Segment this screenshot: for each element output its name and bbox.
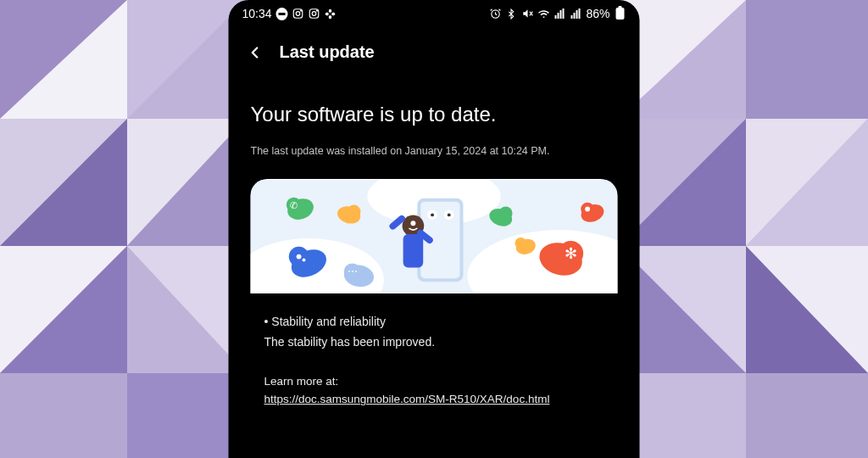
svg-text:✻: ✻ bbox=[565, 245, 577, 262]
svg-point-26 bbox=[296, 12, 300, 16]
battery-icon bbox=[615, 8, 626, 20]
alarm-icon bbox=[489, 8, 501, 20]
svg-point-57 bbox=[585, 207, 590, 212]
page-title: Last update bbox=[280, 42, 375, 62]
svg-point-40 bbox=[348, 205, 361, 219]
back-button[interactable] bbox=[246, 43, 264, 62]
dnd-icon bbox=[276, 8, 288, 20]
mute-icon bbox=[521, 8, 533, 20]
signal-icon bbox=[554, 8, 565, 20]
wifi-icon bbox=[537, 8, 549, 20]
svg-point-49 bbox=[499, 207, 513, 221]
svg-marker-14 bbox=[746, 0, 868, 119]
status-time: 10:34 bbox=[242, 7, 272, 20]
svg-marker-11 bbox=[0, 373, 127, 458]
battery-percent: 86% bbox=[586, 7, 609, 20]
svg-marker-24 bbox=[746, 373, 868, 458]
svg-point-63 bbox=[448, 213, 451, 216]
update-status-title: Your software is up to date. bbox=[251, 103, 618, 126]
update-status-subtitle: The last update was installed on January… bbox=[251, 145, 618, 157]
release-note-heading: • Stability and reliability bbox=[264, 312, 604, 331]
signal-icon bbox=[570, 8, 581, 20]
svg-text:⋯: ⋯ bbox=[348, 265, 358, 277]
svg-point-68 bbox=[410, 221, 415, 226]
fan-icon bbox=[325, 8, 337, 20]
learn-more-link[interactable]: https://doc.samsungmobile.com/SM-R510/XA… bbox=[264, 393, 550, 405]
phone-screen: 10:34 bbox=[229, 0, 640, 458]
chevron-left-icon bbox=[246, 43, 264, 62]
svg-point-43 bbox=[297, 254, 302, 260]
svg-text:✆: ✆ bbox=[290, 200, 298, 210]
status-bar: 10:34 bbox=[229, 0, 640, 24]
bluetooth-icon bbox=[505, 8, 517, 20]
svg-point-62 bbox=[431, 213, 434, 216]
svg-rect-65 bbox=[403, 234, 424, 267]
svg-point-44 bbox=[303, 259, 306, 262]
learn-more-label: Learn more at: bbox=[264, 372, 604, 391]
svg-point-29 bbox=[312, 12, 316, 16]
instagram-icon bbox=[292, 8, 304, 20]
svg-point-51 bbox=[515, 237, 526, 249]
release-note-body: The stability has been improved. bbox=[264, 332, 604, 351]
svg-point-30 bbox=[316, 10, 317, 11]
svg-point-27 bbox=[300, 10, 301, 11]
content-area: Your software is up to date. The last up… bbox=[229, 70, 640, 458]
instagram-icon bbox=[309, 8, 320, 20]
update-illustration: ✆ ⋯ ✻ bbox=[251, 179, 618, 293]
page-header: Last update bbox=[229, 24, 640, 70]
release-notes: • Stability and reliability The stabilit… bbox=[251, 293, 618, 417]
